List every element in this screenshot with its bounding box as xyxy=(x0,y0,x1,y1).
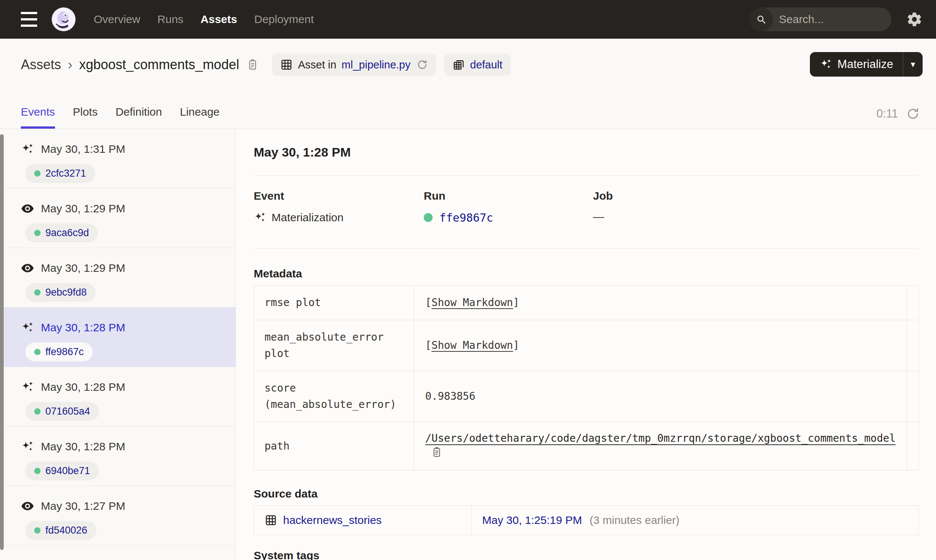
run-id-pill[interactable]: 2cfc3271 xyxy=(25,164,95,183)
job-column-label: Job xyxy=(593,189,919,203)
show-markdown-link[interactable]: Show Markdown xyxy=(431,296,513,309)
grid-icon xyxy=(265,514,277,526)
settings-gear-icon[interactable] xyxy=(906,11,923,28)
copy-path-icon[interactable] xyxy=(431,446,442,458)
hamburger-menu-icon[interactable] xyxy=(21,12,40,27)
grid-icon xyxy=(280,58,293,71)
sparkles-icon xyxy=(21,380,34,394)
breadcrumb-assets-link[interactable]: Assets xyxy=(21,57,61,72)
top-navigation-bar: Overview Runs Assets Deployment / xyxy=(0,0,936,38)
nav-item-overview[interactable]: Overview xyxy=(94,13,140,26)
show-markdown-link[interactable]: Show Markdown xyxy=(431,339,513,351)
run-id-link: 9ebc9fd8 xyxy=(45,287,87,298)
eye-icon xyxy=(21,262,34,275)
event-timestamp: May 30, 1:28 PM xyxy=(41,440,125,453)
event-type: Materialization xyxy=(254,211,424,225)
table-row: score (mean_absolute_error)0.983856 xyxy=(254,371,919,422)
content-area: May 30, 1:31 PM2cfc3271May 30, 1:29 PM9a… xyxy=(0,129,936,560)
asset-group-icon xyxy=(453,58,465,71)
refresh-icon[interactable] xyxy=(906,107,920,120)
tab-definition[interactable]: Definition xyxy=(115,106,162,129)
run-id-link[interactable]: ffe9867c xyxy=(439,211,493,224)
event-timestamp: May 30, 1:31 PM xyxy=(41,143,125,155)
markdown-link-wrapper: [Show Markdown] xyxy=(425,339,519,351)
nav-item-deployment[interactable]: Deployment xyxy=(254,13,314,26)
system-tags-heading: System tags xyxy=(254,548,919,560)
bracket: ] xyxy=(513,296,519,309)
asset-group-badge[interactable]: default xyxy=(444,54,511,76)
event-list-item[interactable]: May 30, 1:31 PM2cfc3271 xyxy=(0,129,236,189)
source-data-table: hackernews_stories May 30, 1:25:19 PM (3… xyxy=(254,505,919,535)
event-list-item[interactable]: May 30, 1:28 PM6940be71 xyxy=(0,426,236,486)
run-status-dot xyxy=(34,230,40,236)
materialize-button-group: Materialize ▾ xyxy=(810,52,923,77)
bracket: ] xyxy=(513,339,519,351)
code-location-link[interactable]: ml_pipeline.py xyxy=(342,59,410,71)
event-list-item[interactable]: May 30, 1:29 PM9ebc9fd8 xyxy=(0,248,236,308)
metadata-key: score (mean_absolute_error) xyxy=(254,371,414,422)
dagster-logo[interactable] xyxy=(51,7,76,32)
run-id-link: 071605a4 xyxy=(45,406,90,417)
metadata-key: rmse plot xyxy=(254,286,414,320)
table-row: rmse plot[Show Markdown] xyxy=(254,286,919,320)
metadata-value: 0.983856 xyxy=(425,390,476,402)
run-id-pill[interactable]: 071605a4 xyxy=(25,402,99,421)
run-id-link: 6940be71 xyxy=(45,465,90,477)
materialize-button-label: Materialize xyxy=(837,58,893,71)
refresh-countdown: 0:11 xyxy=(876,107,898,120)
event-timestamp: May 30, 1:28 PM xyxy=(41,321,125,334)
source-data-heading: Source data xyxy=(254,487,919,501)
search-box[interactable]: / xyxy=(749,8,891,31)
page-header: Assets › xgboost_comments_model Asset in… xyxy=(0,38,936,129)
bracket: [ xyxy=(425,296,431,309)
sidebar-scrollbar[interactable] xyxy=(0,134,4,550)
source-timestamp-link[interactable]: May 30, 1:25:19 PM xyxy=(482,514,582,526)
breadcrumb-chevron-icon: › xyxy=(68,57,72,73)
run-id-pill[interactable]: 9aca6c9d xyxy=(25,223,98,242)
run-id-pill[interactable]: 9ebc9fd8 xyxy=(25,283,95,302)
tab-plots[interactable]: Plots xyxy=(73,106,98,129)
event-list-item[interactable]: May 30, 1:27 PMfd540026 xyxy=(0,486,236,546)
eye-icon xyxy=(21,499,34,513)
event-list-item[interactable]: May 30, 1:29 PM9aca6c9d xyxy=(0,189,236,248)
metadata-heading: Metadata xyxy=(254,267,919,281)
page-title: xgboost_comments_model xyxy=(79,57,239,72)
sparkles-icon xyxy=(254,211,266,224)
run-status-dot xyxy=(34,289,40,295)
run-id-pill[interactable]: ffe9867c xyxy=(25,343,92,362)
run-id-link: 9aca6c9d xyxy=(45,227,89,239)
source-asset-link[interactable]: hackernews_stories xyxy=(265,514,461,526)
event-timestamp: May 30, 1:29 PM xyxy=(41,262,125,274)
run-id-pill[interactable]: 6940be71 xyxy=(25,462,99,480)
run-status-dot xyxy=(34,527,40,534)
event-timestamp: May 30, 1:28 PM xyxy=(41,381,125,394)
event-column-label: Event xyxy=(254,189,424,203)
nav-item-assets[interactable]: Assets xyxy=(200,13,237,26)
job-value: — xyxy=(593,211,919,225)
tab-lineage[interactable]: Lineage xyxy=(180,106,220,129)
run-value: ffe9867c xyxy=(424,211,593,225)
event-list-item[interactable]: May 30, 1:28 PM071605a4 xyxy=(0,367,236,426)
nav-item-runs[interactable]: Runs xyxy=(157,13,183,26)
asset-group-link[interactable]: default xyxy=(470,59,503,71)
reload-code-location-icon[interactable] xyxy=(417,59,428,70)
run-id-pill[interactable]: fd540026 xyxy=(25,521,96,540)
path-link[interactable]: /Users/odetteharary/code/dagster/tmp_0mz… xyxy=(425,432,896,445)
sparkles-icon xyxy=(21,440,34,453)
run-id-link: ffe9867c xyxy=(45,346,84,358)
run-status-dot xyxy=(34,170,40,177)
copy-asset-name-icon[interactable] xyxy=(247,58,259,71)
code-location-badge[interactable]: Asset in ml_pipeline.py xyxy=(272,54,436,76)
materialize-button[interactable]: Materialize xyxy=(810,58,903,71)
source-timestamp: May 30, 1:25:19 PM (3 minutes earlier) xyxy=(482,514,680,526)
event-list-sidebar: May 30, 1:31 PM2cfc3271May 30, 1:29 PM9a… xyxy=(0,129,236,560)
event-list-item[interactable]: May 30, 1:28 PMffe9867c xyxy=(0,308,236,367)
tab-events[interactable]: Events xyxy=(21,106,55,129)
search-input[interactable] xyxy=(773,13,891,26)
run-status-dot xyxy=(34,349,40,355)
source-asset-name: hackernews_stories xyxy=(283,514,382,526)
materialize-dropdown-caret[interactable]: ▾ xyxy=(903,59,923,69)
metadata-key: path xyxy=(254,422,414,471)
event-list: May 30, 1:31 PM2cfc3271May 30, 1:29 PM9a… xyxy=(0,129,236,546)
metadata-table: rmse plot[Show Markdown]mean_absolute_er… xyxy=(254,285,919,471)
